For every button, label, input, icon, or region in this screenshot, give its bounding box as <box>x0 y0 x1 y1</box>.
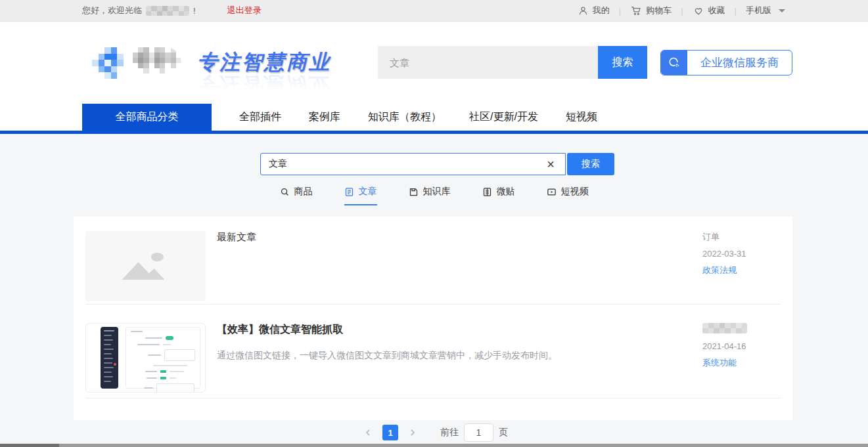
result-thumbnail-image[interactable] <box>85 323 206 393</box>
header: 专注智慧商业 专注智慧商业 搜索 企业微信服务商 <box>0 22 868 104</box>
result-body: 【效率】微信文章智能抓取 通过微信图文链接，一键导入微信图文文章到商城文章营销中… <box>206 323 702 362</box>
results-card: 最新文章 订单 2022-03-31 政策法规 <box>74 217 792 420</box>
knowledge-icon <box>409 187 419 197</box>
my-account-label: 我的 <box>593 5 610 16</box>
result-date: 2022-03-31 <box>702 249 781 259</box>
logout-link[interactable]: 退出登录 <box>227 5 262 16</box>
search-input[interactable] <box>269 159 544 169</box>
wechat-service-button[interactable]: 企业微信服务商 <box>660 50 792 75</box>
result-category-link[interactable]: 政策法规 <box>702 265 781 276</box>
goto-unit-label: 页 <box>499 427 508 438</box>
page-number-current[interactable]: 1 <box>382 425 398 440</box>
result-title[interactable]: 【效率】微信文章智能抓取 <box>217 323 702 337</box>
main-content: × 搜索 商品 文章 知 <box>0 134 868 447</box>
video-icon <box>547 187 557 197</box>
my-account-link[interactable]: 我的 <box>578 5 610 16</box>
nav-item-knowledge-base[interactable]: 知识库（教程） <box>368 104 442 131</box>
result-title[interactable]: 最新文章 <box>217 231 702 244</box>
header-search-button[interactable]: 搜索 <box>598 46 647 79</box>
main-navigation: 全部商品分类 全部插件 案例库 知识库（教程） 社区/更新/开发 短视频 <box>0 104 868 134</box>
heart-icon <box>693 5 704 16</box>
tagline-reflection: 专注智慧商业 <box>197 71 348 98</box>
result-thumbnail-placeholder[interactable] <box>85 231 206 301</box>
result-row: 最新文章 订单 2022-03-31 政策法规 <box>74 217 792 304</box>
separator: | <box>619 6 621 16</box>
header-search-input[interactable] <box>378 46 598 79</box>
topbar-greeting: 您好，欢迎光临 ! 退出登录 <box>82 5 262 16</box>
favorites-label: 收藏 <box>708 5 725 16</box>
tab-knowledge-label: 知识库 <box>423 186 451 198</box>
greeting-suffix: ! <box>193 6 196 16</box>
nav-item-all-categories[interactable]: 全部商品分类 <box>82 104 212 131</box>
separator: | <box>735 6 737 16</box>
tab-goods-label: 商品 <box>294 186 313 198</box>
article-icon <box>344 187 354 197</box>
search-button[interactable]: 搜索 <box>567 153 614 175</box>
separator: | <box>681 6 683 16</box>
blurred-shop-name <box>146 6 189 16</box>
topbar: 您好，欢迎光临 ! 退出登录 我的 | 购物车 <box>0 0 868 22</box>
nav-item-short-video[interactable]: 短视频 <box>566 104 597 131</box>
prev-page-button[interactable] <box>360 425 376 440</box>
clear-icon[interactable]: × <box>544 158 557 171</box>
search-box: × <box>260 153 566 175</box>
thumb-admin-sidebar <box>101 327 118 389</box>
wechat-service-label: 企业微信服务商 <box>687 55 792 70</box>
site-logo[interactable] <box>92 47 181 79</box>
next-page-button[interactable] <box>405 425 421 440</box>
mobile-version-link[interactable]: 手机版 <box>746 5 785 16</box>
tab-posts-label: 微贴 <box>497 186 515 198</box>
nav-item-case-library[interactable]: 案例库 <box>309 104 340 131</box>
result-body: 最新文章 <box>206 231 702 244</box>
result-meta: 订单 2022-03-31 政策法规 <box>702 231 781 282</box>
image-placeholder-icon <box>114 246 177 287</box>
brand-tagline: 专注智慧商业 专注智慧商业 <box>197 49 348 98</box>
result-row: 【效率】微信文章智能抓取 通过微信图文链接，一键导入微信图文文章到商城文章营销中… <box>74 305 792 398</box>
goto-page: 前往 页 <box>440 423 508 442</box>
favorites-link[interactable]: 收藏 <box>693 5 725 16</box>
result-meta: 2021-04-16 系统功能 <box>702 323 781 375</box>
tab-articles-label: 文章 <box>359 186 377 198</box>
nav-item-all-plugins[interactable]: 全部插件 <box>239 104 281 131</box>
blurred-logo-icon <box>92 47 124 79</box>
pagination: 1 前往 页 <box>0 423 868 442</box>
chevron-down-icon <box>779 9 785 12</box>
tab-articles[interactable]: 文章 <box>344 186 377 205</box>
thumb-admin-form <box>126 327 200 389</box>
blurred-meta-label <box>702 323 747 333</box>
nav-item-community[interactable]: 社区/更新/开发 <box>469 104 538 131</box>
blurred-logo-text <box>133 47 181 79</box>
notification-dot <box>114 363 116 366</box>
tab-posts[interactable]: 微贴 <box>482 186 515 205</box>
wechat-work-icon <box>661 51 687 75</box>
header-search: 搜索 <box>378 46 647 79</box>
tab-goods[interactable]: 商品 <box>280 186 313 205</box>
tab-videos[interactable]: 短视频 <box>547 186 589 205</box>
result-date: 2021-04-16 <box>702 341 781 351</box>
goto-page-input[interactable] <box>464 423 493 442</box>
mobile-version-label: 手机版 <box>746 5 771 16</box>
result-meta-label: 订单 <box>702 231 781 243</box>
greeting-text: 您好，欢迎光临 <box>82 5 142 16</box>
result-description: 通过微信图文链接，一键导入微信图文文章到商城文章营销中，减少手动发布时间。 <box>217 349 702 362</box>
search-section: × 搜索 <box>260 153 614 175</box>
user-icon <box>578 5 589 16</box>
result-category-link[interactable]: 系统功能 <box>702 357 781 369</box>
cart-icon <box>630 5 642 16</box>
topbar-links: 我的 | 购物车 | 收藏 | 手机版 <box>578 5 785 16</box>
result-tabs: 商品 文章 知识库 微贴 <box>0 186 868 205</box>
horizontal-scrollbar[interactable] <box>0 444 868 447</box>
tab-knowledge[interactable]: 知识库 <box>409 186 451 205</box>
goto-label: 前往 <box>440 427 459 438</box>
search-icon <box>280 187 290 197</box>
scrollbar-thumb[interactable] <box>0 444 59 447</box>
note-icon <box>482 187 492 197</box>
cart-label: 购物车 <box>646 5 672 16</box>
cart-link[interactable]: 购物车 <box>630 5 672 16</box>
tab-videos-label: 短视频 <box>561 186 589 198</box>
row-divider <box>85 398 781 398</box>
